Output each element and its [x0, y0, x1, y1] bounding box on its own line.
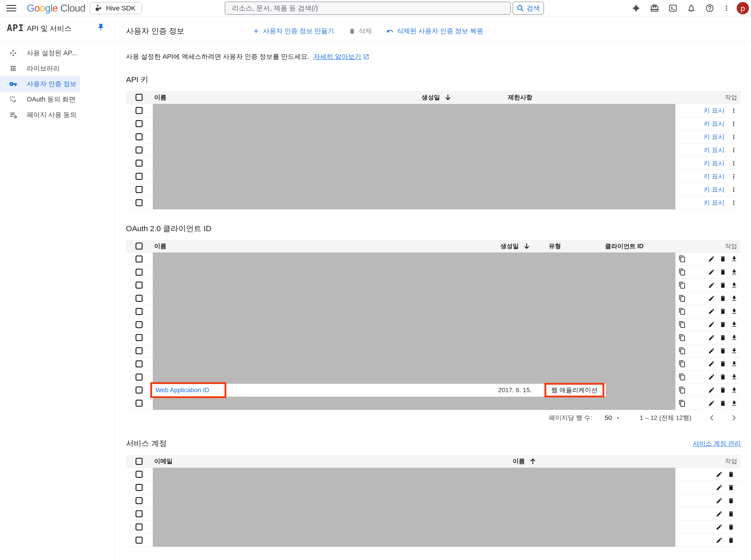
copy-icon[interactable]: [678, 282, 686, 289]
download-icon[interactable]: [731, 308, 737, 315]
edit-icon[interactable]: [708, 360, 715, 367]
edit-icon[interactable]: [716, 497, 723, 504]
download-icon[interactable]: [731, 387, 737, 394]
sidebar-item-page-usage[interactable]: 페이지 사용 동의: [0, 107, 80, 123]
copy-icon[interactable]: [678, 334, 686, 341]
delete-icon[interactable]: [728, 497, 734, 504]
download-icon[interactable]: [731, 321, 737, 328]
previous-page-icon[interactable]: [707, 413, 716, 422]
column-header-name[interactable]: 이름: [154, 91, 166, 104]
download-icon[interactable]: [731, 334, 737, 341]
column-header-created[interactable]: 생성일: [500, 240, 531, 252]
row-checkbox[interactable]: [136, 510, 143, 517]
download-icon[interactable]: [731, 269, 737, 276]
edit-icon[interactable]: [716, 537, 723, 544]
delete-icon[interactable]: [728, 524, 734, 531]
delete-icon[interactable]: [728, 471, 734, 478]
row-checkbox[interactable]: [136, 360, 143, 367]
search-input[interactable]: [225, 2, 511, 15]
column-header-created[interactable]: 생성일: [422, 91, 452, 104]
download-icon[interactable]: [731, 374, 737, 380]
copy-icon[interactable]: [678, 255, 686, 262]
delete-icon[interactable]: [719, 282, 726, 288]
edit-icon[interactable]: [708, 282, 715, 288]
row-checkbox[interactable]: [136, 497, 143, 504]
row-checkbox[interactable]: [136, 537, 143, 544]
delete-icon[interactable]: [719, 347, 726, 354]
copy-icon[interactable]: [678, 268, 686, 276]
sidebar-item-credentials[interactable]: 사용자 인증 정보: [0, 76, 80, 92]
column-header-type[interactable]: 유형: [549, 240, 561, 252]
row-checkbox[interactable]: [136, 160, 143, 167]
edit-icon[interactable]: [716, 511, 723, 517]
row-checkbox[interactable]: [136, 173, 143, 180]
edit-icon[interactable]: [708, 334, 715, 341]
copy-icon[interactable]: [678, 386, 686, 394]
row-checkbox[interactable]: [136, 347, 143, 354]
download-icon[interactable]: [731, 295, 737, 302]
gift-icon[interactable]: [650, 3, 659, 13]
delete-icon[interactable]: [728, 484, 734, 491]
show-key-link[interactable]: 키 표시: [704, 172, 725, 181]
delete-credentials-button[interactable]: 삭제: [349, 26, 372, 36]
copy-icon[interactable]: [678, 347, 686, 355]
more-vert-icon[interactable]: [722, 3, 731, 13]
edit-icon[interactable]: [716, 471, 723, 478]
row-checkbox[interactable]: [136, 186, 143, 193]
row-checkbox[interactable]: [136, 107, 143, 114]
copy-icon[interactable]: [678, 360, 686, 367]
select-all-checkbox[interactable]: [136, 242, 143, 249]
row-checkbox[interactable]: [136, 295, 143, 302]
project-picker-button[interactable]: Hive SDK: [90, 2, 142, 14]
sidebar-item-oauth-consent[interactable]: OAuth 동의 화면: [0, 92, 80, 107]
delete-icon[interactable]: [728, 511, 734, 517]
more-options-icon[interactable]: [730, 186, 737, 193]
column-header-name[interactable]: 이름: [154, 240, 166, 252]
cloud-shell-icon[interactable]: [668, 3, 678, 13]
row-checkbox[interactable]: [136, 133, 143, 140]
oauth-client-name-link[interactable]: Web Application ID: [156, 384, 209, 397]
show-key-link[interactable]: 키 표시: [704, 119, 725, 128]
copy-icon[interactable]: [678, 321, 686, 328]
delete-icon[interactable]: [719, 360, 726, 367]
delete-icon[interactable]: [719, 256, 726, 262]
help-icon[interactable]: [705, 3, 715, 13]
edit-icon[interactable]: [708, 269, 715, 276]
column-header-restrictions[interactable]: 제한사항: [508, 91, 532, 104]
row-checkbox[interactable]: [136, 321, 143, 328]
edit-icon[interactable]: [708, 308, 715, 315]
restore-credentials-button[interactable]: 삭제된 사용자 인증 정보 복원: [386, 26, 483, 36]
rows-per-page-select[interactable]: 50: [605, 414, 621, 421]
more-options-icon[interactable]: [730, 120, 737, 127]
column-header-name[interactable]: 이름: [513, 455, 537, 467]
select-all-checkbox[interactable]: [136, 458, 143, 465]
copy-icon[interactable]: [678, 373, 686, 381]
more-options-icon[interactable]: [730, 147, 737, 154]
row-checkbox[interactable]: [136, 308, 143, 315]
delete-icon[interactable]: [719, 400, 726, 407]
edit-icon[interactable]: [708, 321, 715, 328]
edit-icon[interactable]: [708, 387, 715, 394]
row-checkbox[interactable]: [136, 374, 143, 381]
select-all-checkbox[interactable]: [136, 94, 143, 101]
row-checkbox[interactable]: [136, 146, 143, 154]
delete-icon[interactable]: [719, 387, 726, 394]
show-key-link[interactable]: 키 표시: [704, 199, 725, 207]
download-icon[interactable]: [731, 360, 737, 367]
edit-icon[interactable]: [716, 484, 723, 491]
more-options-icon[interactable]: [730, 173, 737, 180]
sidebar-item-enabled-apis[interactable]: 사용 설정된 AP...: [0, 45, 80, 61]
create-credentials-button[interactable]: 사용자 인증 정보 만들기: [252, 26, 334, 36]
pin-icon[interactable]: [97, 23, 105, 31]
learn-more-link[interactable]: 자세히 알아보기: [313, 52, 361, 61]
row-checkbox[interactable]: [136, 471, 143, 478]
delete-icon[interactable]: [728, 537, 734, 544]
download-icon[interactable]: [731, 282, 737, 288]
edit-icon[interactable]: [708, 374, 715, 380]
row-checkbox[interactable]: [136, 400, 143, 407]
download-icon[interactable]: [731, 347, 737, 354]
more-options-icon[interactable]: [730, 107, 737, 114]
edit-icon[interactable]: [716, 524, 723, 531]
download-icon[interactable]: [731, 400, 737, 407]
column-header-client-id[interactable]: 클라이언트 ID: [605, 240, 644, 252]
